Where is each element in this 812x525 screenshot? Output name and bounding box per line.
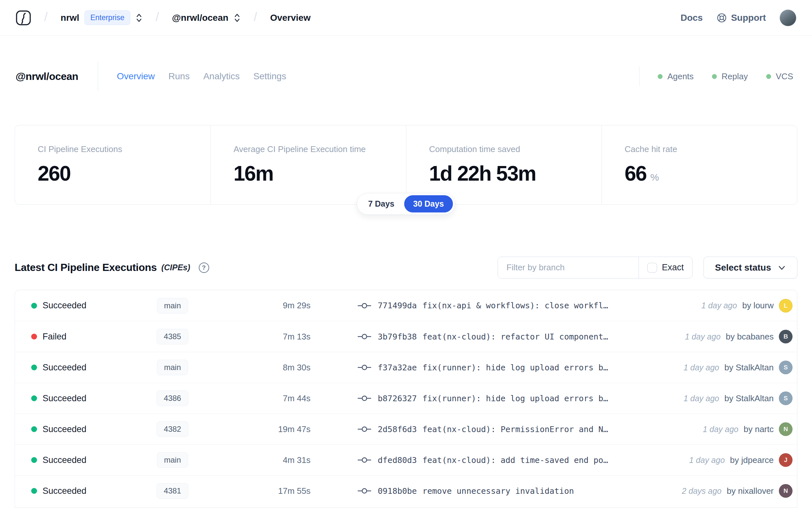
divider <box>98 61 98 91</box>
status-label: Succeeded <box>43 300 87 311</box>
table-row[interactable]: Succeeded main 9m 29s 771499da fix(nx-ap… <box>15 290 797 321</box>
status-dot-icon <box>31 364 37 370</box>
branch-badge[interactable]: 4382 <box>156 421 188 437</box>
commit-message: fix(runner): hide log upload errors b… <box>422 363 608 372</box>
duration: 17m 55s <box>210 486 320 496</box>
lifebuoy-icon <box>717 13 727 23</box>
workspace-header: @nrwl/ocean Overview Runs Analytics Sett… <box>0 60 812 93</box>
range-30-days[interactable]: 30 Days <box>404 195 453 212</box>
table-row[interactable]: Succeeded main 4m 31s dfed80d3 feat(nx-c… <box>15 445 797 475</box>
table-row[interactable]: Succeeded main 8m 30s f37a32ae fix(runne… <box>15 352 797 383</box>
table-row[interactable]: Failed 4385 7m 13s 3b79fb38 feat(nx-clou… <box>15 321 797 352</box>
author-avatar: J <box>779 453 793 467</box>
commit-message: remove unnecessary invalidation <box>422 486 574 496</box>
commit-hash: dfed80d3 <box>378 455 417 465</box>
branch-filter-group: Exact <box>497 257 692 279</box>
tab-overview[interactable]: Overview <box>117 71 155 81</box>
workspace-selector[interactable]: @nrwl/ocean <box>172 13 241 23</box>
stat-value: 66 % <box>625 162 774 185</box>
org-name[interactable]: nrwl <box>61 13 80 23</box>
author: by lourw <box>742 300 774 311</box>
branch-badge[interactable]: main <box>157 452 188 468</box>
stat-value: 16m <box>233 162 383 185</box>
status-replay[interactable]: Replay <box>712 72 748 81</box>
status-label: Succeeded <box>43 363 87 373</box>
status-label: Succeeded <box>43 393 87 404</box>
commit-hash: 2d58f6d3 <box>378 425 417 434</box>
exact-checkbox[interactable] <box>647 263 657 273</box>
author: by nartc <box>744 424 774 434</box>
branch-badge[interactable]: main <box>157 298 188 314</box>
duration: 7m 44s <box>210 393 320 404</box>
support-link[interactable]: Support <box>717 13 766 23</box>
green-dot-icon <box>658 74 663 79</box>
branch-filter-input[interactable] <box>498 257 638 278</box>
nx-cloud-logo[interactable] <box>16 10 31 26</box>
stat-value: 260 <box>38 162 188 185</box>
docs-link[interactable]: Docs <box>680 13 703 23</box>
breadcrumb-separator: / <box>44 10 48 24</box>
breadcrumb-separator: / <box>254 10 257 24</box>
stats-section: CI Pipeline Executions 260 Average CI Pi… <box>15 125 797 205</box>
tab-analytics[interactable]: Analytics <box>203 71 240 81</box>
git-commit-icon <box>357 487 371 495</box>
git-commit-icon <box>357 363 371 372</box>
table-row[interactable]: Succeeded 4382 19m 47s 2d58f6d3 feat(nx-… <box>15 414 797 445</box>
branch-badge[interactable]: main <box>157 360 188 375</box>
breadcrumb-page: Overview <box>270 13 311 23</box>
time-ago: 1 day ago <box>703 425 739 434</box>
git-commit-icon <box>357 456 371 464</box>
duration: 8m 30s <box>210 363 320 373</box>
tab-settings[interactable]: Settings <box>253 71 286 81</box>
git-commit-icon <box>357 394 371 403</box>
range-7-days[interactable]: 7 Days <box>359 195 403 212</box>
author-avatar: N <box>779 422 793 436</box>
duration: 4m 31s <box>210 455 320 465</box>
green-dot-icon <box>712 74 717 79</box>
commit-hash: b8726327 <box>378 394 417 403</box>
tab-runs[interactable]: Runs <box>169 71 190 81</box>
branch-badge[interactable]: 4386 <box>156 390 188 406</box>
author: by StalkAltan <box>724 363 774 373</box>
status-dot-icon <box>31 395 37 401</box>
status-label: Failed <box>43 332 66 342</box>
commit-hash: f37a32ae <box>378 363 417 372</box>
branch-badge[interactable]: 4381 <box>156 483 188 499</box>
workspace-switcher-chevrons-icon[interactable] <box>233 13 241 23</box>
time-ago: 1 day ago <box>684 363 719 372</box>
status-select[interactable]: Select status <box>704 257 797 279</box>
author-avatar: B <box>779 330 793 343</box>
status-dot-icon <box>31 457 37 463</box>
author-avatar: L <box>779 299 793 313</box>
author: by jdpearce <box>730 455 774 465</box>
author: by StalkAltan <box>724 393 774 404</box>
status-select-label: Select status <box>715 262 771 273</box>
stat-label: Cache hit rate <box>625 144 774 154</box>
user-avatar[interactable] <box>780 10 796 26</box>
time-ago: 1 day ago <box>689 455 725 465</box>
author-avatar: S <box>779 361 793 374</box>
exact-label: Exact <box>662 262 684 273</box>
commit-hash: 0918b0be <box>378 486 417 496</box>
stat-label: Average CI Pipeline Execution time <box>233 144 383 154</box>
status-vcs[interactable]: VCS <box>766 72 793 81</box>
table-row[interactable]: Succeeded 4381 17m 55s 0918b0be remove u… <box>15 475 797 506</box>
author-avatar: S <box>779 391 793 405</box>
org-selector[interactable]: nrwl Enterprise <box>61 10 142 25</box>
git-commit-icon <box>357 332 371 341</box>
table-row[interactable]: Succeeded 4386 7m 44s b8726327 fix(runne… <box>15 383 797 414</box>
stat-card-cache-hit: Cache hit rate 66 % <box>601 125 797 204</box>
status-dot-icon <box>31 334 37 340</box>
stat-label: CI Pipeline Executions <box>38 144 188 154</box>
support-label: Support <box>731 13 766 23</box>
status-agents[interactable]: Agents <box>658 72 694 81</box>
time-ago: 1 day ago <box>701 301 737 310</box>
time-ago: 1 day ago <box>685 332 721 342</box>
workspace-name[interactable]: @nrwl/ocean <box>172 13 229 23</box>
branch-badge[interactable]: 4385 <box>156 329 188 344</box>
status-dot-icon <box>31 303 37 309</box>
help-icon[interactable]: ? <box>199 262 209 273</box>
commit-message: feat(nx-cloud): refactor UI component… <box>422 332 608 342</box>
stat-value: 1d 22h 53m <box>429 162 579 185</box>
org-switcher-chevrons-icon[interactable] <box>135 13 142 23</box>
